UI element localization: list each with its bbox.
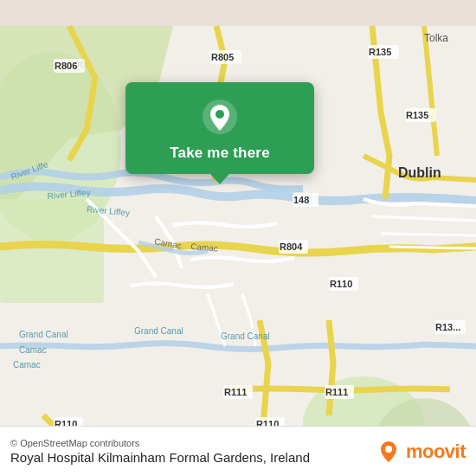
place-info: © OpenStreetMap contributors Royal Hospi… <box>10 438 310 465</box>
location-pin-icon <box>201 98 239 136</box>
svg-text:R13...: R13... <box>435 322 460 332</box>
svg-text:Grand Canal: Grand Canal <box>134 326 183 336</box>
svg-text:R135: R135 <box>369 47 391 57</box>
map-container: R806 R806 R805 R135 Tolka R135 Dublin 14… <box>0 0 476 476</box>
moovit-logo: moovit <box>376 440 466 464</box>
svg-text:R111: R111 <box>325 387 348 397</box>
svg-text:Grand Canal: Grand Canal <box>19 330 68 339</box>
bottom-bar: © OpenStreetMap contributors Royal Hospi… <box>0 426 476 476</box>
svg-point-43 <box>215 110 224 119</box>
svg-text:Grand Canal: Grand Canal <box>221 331 270 341</box>
svg-text:148: 148 <box>293 195 309 205</box>
take-me-there-button[interactable]: Take me there <box>170 145 270 162</box>
svg-text:R804: R804 <box>280 241 303 252</box>
map-svg: R806 R806 R805 R135 Tolka R135 Dublin 14… <box>0 0 476 476</box>
moovit-pin-icon <box>376 440 401 464</box>
osm-credit: © OpenStreetMap contributors <box>10 438 310 448</box>
place-name: Royal Hospital Kilmainham Formal Gardens… <box>10 450 310 465</box>
moovit-brand-label: moovit <box>406 441 466 463</box>
popup-card[interactable]: Take me there <box>125 82 314 174</box>
svg-text:Tolka: Tolka <box>424 32 448 44</box>
svg-text:Camac: Camac <box>19 345 47 355</box>
svg-text:R806: R806 <box>55 61 77 71</box>
svg-text:R111: R111 <box>224 387 247 397</box>
svg-text:Camac: Camac <box>13 360 41 370</box>
svg-point-44 <box>385 446 392 453</box>
svg-text:Dublin: Dublin <box>398 165 441 180</box>
svg-text:R135: R135 <box>406 110 428 120</box>
svg-text:R110: R110 <box>330 279 352 289</box>
svg-text:R805: R805 <box>211 52 234 62</box>
svg-rect-2 <box>0 199 104 303</box>
